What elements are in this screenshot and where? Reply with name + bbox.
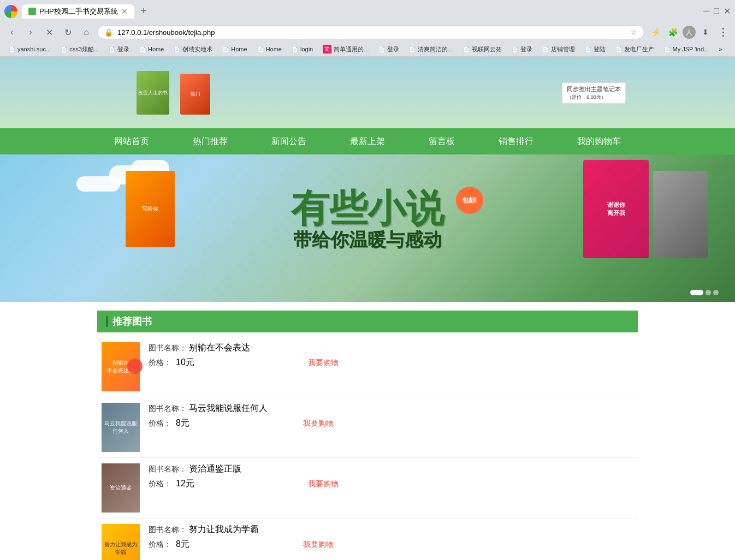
book-cover-4: 努力让我成为学霸	[102, 524, 140, 560]
bookmark-login4[interactable]: 📄 登录	[507, 44, 537, 55]
extensions-button[interactable]: 🧩	[665, 25, 680, 40]
jiandan-icon: 简	[323, 45, 331, 53]
bookmark-power[interactable]: 📄 发电厂生产	[611, 44, 659, 55]
bookmark-home1[interactable]: 📄 Home	[135, 44, 168, 54]
dot-3[interactable]	[713, 290, 719, 295]
cursor-indicator	[127, 359, 143, 374]
bookmark-shilian[interactable]: 📄 视联网云拓	[459, 44, 506, 55]
bookmark-icon-6: 📄	[222, 46, 229, 52]
download-button[interactable]: ⬇	[698, 25, 713, 40]
bookmark-icon-12: 📄	[512, 46, 518, 52]
profile-avatar[interactable]: 人	[683, 26, 696, 39]
dot-1[interactable]	[690, 290, 703, 295]
bookmark-icon-16: 📄	[664, 46, 671, 52]
lightning-button[interactable]: ⚡	[648, 25, 663, 40]
buy-button-4[interactable]: 我要购物	[303, 540, 334, 550]
bookmark-login2[interactable]: 📄 login	[287, 44, 317, 54]
nav-news[interactable]: 新闻公告	[250, 128, 328, 155]
book-price-1: 10元	[176, 357, 194, 368]
forward-button[interactable]: ›	[23, 25, 38, 40]
bookmark-home2[interactable]: 📄 Home	[218, 44, 251, 54]
table-row: 努力让我成为学霸 图书名称： 努力让我成为学霸 价格： 8元 我要购物	[97, 519, 638, 560]
tab-title: PHP校园二手书交易系统	[39, 7, 118, 16]
bookmark-yanshi[interactable]: 📄 yanshi.suc...	[4, 44, 55, 54]
buy-button-2[interactable]: 我要购物	[303, 419, 334, 428]
bookmark-qingshuang[interactable]: 📄 清爽简洁的...	[405, 44, 457, 55]
book-name-1: 别输在不会表达	[189, 343, 250, 352]
book-name-3: 资治通鉴正版	[189, 464, 241, 473]
hero-main-text: 有些小说	[291, 189, 444, 228]
dot-2[interactable]	[706, 290, 711, 295]
bookmark-more[interactable]: »	[714, 44, 726, 54]
hero-pagination	[690, 290, 719, 295]
bookmark-icon-13: 📄	[542, 46, 549, 52]
refresh-button[interactable]: ↻	[60, 25, 75, 40]
section-title: 推荐图书	[112, 315, 152, 328]
bookmark-icon-5: 📄	[174, 46, 180, 52]
browser-tab[interactable]: PHP校园二手书交易系统 ✕	[22, 4, 134, 19]
bookmark-home3[interactable]: 📄 Home	[253, 44, 286, 54]
bookmark-icon-11: 📄	[463, 46, 470, 52]
minimize-button[interactable]: ─	[703, 6, 709, 16]
book-price-row-1: 价格： 10元 我要购物	[149, 357, 633, 368]
url-bar[interactable]: 🔒 ☆	[97, 25, 644, 39]
book-price-row-2: 价格： 8元 我要购物	[149, 418, 633, 429]
stop-button[interactable]: ✕	[42, 25, 57, 40]
book-price-4: 8元	[176, 539, 189, 550]
bookmark-icon: 📄	[9, 46, 15, 52]
bookmarks-bar: 📄 yanshi.suc... 📄 css3炫酷... 📄 登录 📄 Home …	[0, 42, 735, 57]
book-name-2: 马云我能说服任何人	[189, 403, 268, 413]
book-name-4: 努力让我成为学霸	[189, 525, 259, 534]
nav-guestbook[interactable]: 留言板	[407, 128, 477, 155]
bookmark-icon-4: 📄	[139, 46, 146, 52]
book-list: 别输在不会表达上 图书名称： 别输在不会表达 价格： 10元 我要购物	[97, 332, 638, 560]
maximize-button[interactable]: □	[714, 6, 719, 16]
bookmark-login3[interactable]: 📄 登录	[374, 44, 404, 55]
back-button[interactable]: ‹	[4, 25, 20, 40]
book-cover-1: 别输在不会表达上	[102, 342, 140, 391]
bookmark-shop[interactable]: 📄 店铺管理	[538, 44, 579, 55]
book-info-3: 图书名称： 资治通鉴正版 价格： 12元 我要购物	[149, 463, 633, 490]
bookmark-css3[interactable]: 📄 css3炫酷...	[56, 44, 103, 55]
nav-hot[interactable]: 热门推荐	[171, 128, 250, 155]
new-tab-button[interactable]: +	[139, 3, 149, 19]
bookmark-icon-14: 📄	[585, 46, 591, 52]
home-button[interactable]: ⌂	[79, 25, 94, 40]
bookmark-login5[interactable]: 📄 登陆	[580, 44, 610, 55]
main-nav: 网站首页 热门推荐 新闻公告 最新上架 留言板 销售排行 我的购物车	[0, 128, 735, 154]
book-price-row-4: 价格： 8元 我要购物	[149, 539, 633, 550]
tab-favicon	[28, 8, 36, 15]
nav-new-arrival[interactable]: 最新上架	[328, 128, 407, 155]
buy-button-1[interactable]: 我要购物	[308, 358, 339, 368]
book-name-row-4: 图书名称： 努力让我成为学霸	[149, 524, 633, 535]
titlebar: PHP校园二手书交易系统 ✕ + ─ □ ✕	[0, 0, 735, 22]
bookmark-login1[interactable]: 📄 登录	[104, 44, 134, 55]
bookmark-icon-15: 📄	[615, 46, 622, 52]
table-row: 马云我能说服任何人 图书名称： 马云我能说服任何人 价格： 8元 我要购物	[97, 397, 638, 458]
bookmark-icon-3: 📄	[109, 46, 115, 52]
top-banner-inner: 改变人生的书 热门 同步推出主题笔记本（定价：6.00元）	[0, 57, 735, 128]
chrome-logo	[4, 5, 17, 18]
book-name-row-1: 图书名称： 别输在不会表达	[149, 342, 633, 354]
book-name-row-3: 图书名称： 资治通鉴正版	[149, 463, 633, 475]
bookmark-jiandan[interactable]: 简 简单通用的...	[318, 43, 373, 55]
table-row: 资治通鉴 图书名称： 资治通鉴正版 价格： 12元 我要购物	[97, 458, 638, 519]
book-info-4: 图书名称： 努力让我成为学霸 价格： 8元 我要购物	[149, 524, 633, 550]
menu-button[interactable]: ⋮	[715, 25, 731, 40]
tab-close-button[interactable]: ✕	[121, 7, 128, 16]
books-section: 推荐图书 别输在不会表达上 图书名称： 别输在不会表达 价格： 10元	[0, 311, 735, 560]
bookmark-icon-8: 📄	[292, 46, 298, 52]
buy-button-3[interactable]: 我要购物	[308, 479, 339, 489]
bookmark-chuanyu[interactable]: 📄 创域实地术	[169, 44, 217, 55]
bookmark-icon-10: 📄	[409, 46, 416, 52]
nav-cart[interactable]: 我的购物车	[555, 128, 643, 155]
close-button[interactable]: ✕	[724, 6, 731, 16]
star-icon[interactable]: ☆	[630, 28, 637, 37]
bookmark-jsp[interactable]: 📄 My JSP 'ind...	[660, 44, 714, 54]
hero-sub-text: 带给你温暖与感动	[291, 228, 444, 253]
book-info-1: 图书名称： 别输在不会表达 价格： 10元 我要购物	[149, 342, 633, 368]
nav-home[interactable]: 网站首页	[92, 128, 171, 155]
url-input[interactable]	[117, 28, 626, 37]
book-price-3: 12元	[176, 478, 194, 490]
nav-ranking[interactable]: 销售排行	[477, 128, 555, 155]
